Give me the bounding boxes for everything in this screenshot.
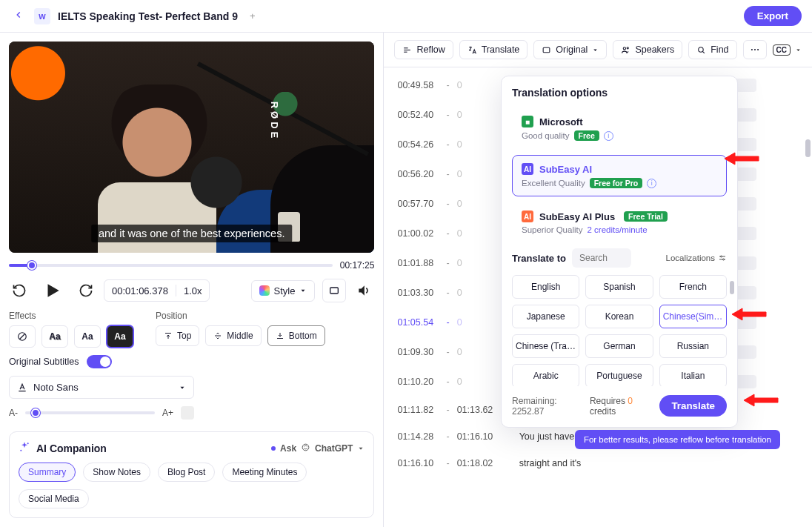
svg-marker-34: [744, 394, 778, 406]
svg-point-22: [699, 47, 704, 52]
ai-model[interactable]: ChatGPT: [315, 443, 353, 454]
video-player[interactable]: RØDE and it was one of the best experien…: [9, 42, 374, 253]
svg-rect-2: [330, 288, 339, 294]
back-button[interactable]: [10, 7, 27, 25]
chevron-down-icon[interactable]: [795, 47, 802, 53]
language-english[interactable]: English: [512, 275, 579, 299]
annotation-arrow: [732, 305, 768, 323]
svg-marker-33: [732, 308, 766, 320]
effect-shadow[interactable]: Aa: [41, 325, 68, 348]
svg-point-25: [753, 49, 755, 50]
svg-point-12: [20, 450, 21, 451]
translate-to-label: Translate to: [512, 253, 566, 264]
svg-marker-14: [359, 447, 363, 449]
style-swatch-icon: [259, 285, 270, 296]
language-korean[interactable]: Korean: [585, 305, 653, 328]
annotation-arrow: [725, 150, 760, 168]
ai-chip-summary[interactable]: Summary: [19, 463, 76, 482]
ai-chip-blog-post[interactable]: Blog Post: [158, 463, 215, 482]
fullscreen-button[interactable]: [322, 279, 346, 302]
mic-brand-label: RØDE: [269, 102, 280, 142]
effect-outline[interactable]: Aa: [74, 325, 101, 348]
language-japanese[interactable]: Japanese: [512, 305, 579, 328]
svg-point-26: [757, 49, 759, 50]
transcript-scrollbar[interactable]: [803, 83, 812, 454]
ai-chip-social-media[interactable]: Social Media: [19, 489, 89, 508]
position-label: Position: [156, 311, 325, 321]
playback-speed[interactable]: 1.0x: [184, 285, 202, 296]
subeasy-ai-icon: AI: [522, 163, 533, 175]
provider-subeasy-ai[interactable]: AI SubEasy AI Excellent Quality Free for…: [512, 155, 727, 196]
font-size-slider[interactable]: [25, 411, 155, 414]
play-button[interactable]: [40, 278, 65, 303]
style-button[interactable]: Style: [251, 280, 316, 302]
position-bottom[interactable]: Bottom: [267, 325, 325, 346]
speakers-button[interactable]: Speakers: [613, 40, 682, 59]
language-search-input[interactable]: [572, 248, 631, 268]
chatgpt-icon: [301, 443, 310, 454]
rewind-button[interactable]: [9, 280, 30, 301]
original-subtitles-toggle[interactable]: [87, 355, 112, 368]
font-size-increase[interactable]: A+: [162, 408, 173, 418]
svg-marker-0: [48, 284, 59, 296]
effect-none[interactable]: [9, 325, 36, 348]
language-arabic[interactable]: Arabic: [512, 364, 579, 386]
language-german[interactable]: German: [585, 334, 653, 358]
language-spanish[interactable]: Spanish: [585, 275, 653, 299]
svg-line-23: [703, 51, 705, 53]
volume-button[interactable]: [353, 280, 374, 301]
effects-label: Effects: [9, 311, 133, 321]
svg-marker-32: [725, 153, 759, 165]
transcript-line[interactable]: 01:16.10 - 01:18.02straight and it's: [384, 450, 812, 477]
reflow-button[interactable]: Reflow: [394, 40, 453, 59]
svg-point-24: [751, 49, 752, 50]
translate-button[interactable]: Translate: [459, 40, 528, 59]
more-button[interactable]: [743, 40, 767, 59]
video-duration: 00:17:25: [340, 260, 375, 271]
original-dropdown[interactable]: Original: [533, 40, 607, 59]
sparkle-icon: [19, 441, 30, 455]
svg-point-21: [628, 47, 629, 48]
font-size-handle[interactable]: [181, 406, 194, 420]
ai-chip-meeting-minutes[interactable]: Meeting Minutes: [222, 463, 307, 482]
language-scrollbar[interactable]: [728, 275, 734, 386]
svg-marker-1: [302, 290, 305, 292]
translation-title: Translation options: [512, 87, 727, 99]
svg-point-13: [302, 444, 309, 451]
ai-companion-title: AI Companion: [36, 443, 107, 454]
translation-popover: Translation options ■ Microsoft Good qua…: [501, 76, 738, 428]
language-russian[interactable]: Russian: [659, 334, 727, 358]
language-chinese-simpl-[interactable]: Chinese(Simpl…: [659, 305, 727, 328]
localizations-button[interactable]: Localizations: [666, 253, 727, 262]
status-dot: [271, 446, 276, 451]
language-chinese-tradi-[interactable]: Chinese (Tradi…: [512, 334, 579, 358]
app-logo: w: [34, 8, 50, 24]
info-icon[interactable]: i: [647, 179, 656, 188]
position-top[interactable]: Top: [156, 325, 199, 346]
export-button[interactable]: Export: [744, 6, 802, 26]
ai-chip-show-notes[interactable]: Show Notes: [83, 463, 150, 482]
provider-subeasy-ai-plus[interactable]: AI SubEasy AI Plus Free Trial Superior Q…: [512, 202, 727, 242]
timecode-box[interactable]: 00:01:06.378 1.0x: [104, 279, 210, 302]
reflow-tooltip: For better results, please reflow before…: [575, 430, 780, 449]
subeasy-ai-plus-icon: AI: [522, 211, 533, 222]
effect-background[interactable]: Aa: [107, 325, 133, 348]
forward-button[interactable]: [76, 280, 96, 301]
language-french[interactable]: French: [659, 275, 727, 299]
language-italian[interactable]: Italian: [659, 364, 727, 386]
svg-marker-19: [594, 49, 598, 51]
language-portuguese[interactable]: Portuguese: [585, 364, 653, 386]
page-title: IELTS Speaking Test- Perfect Band 9: [58, 10, 238, 22]
info-icon[interactable]: i: [604, 131, 613, 141]
translate-action-button[interactable]: Translate: [659, 395, 727, 417]
font-size-decrease[interactable]: A-: [9, 408, 18, 418]
cc-toggle[interactable]: CC: [773, 44, 791, 56]
video-seek-bar[interactable]: [9, 264, 333, 267]
provider-microsoft[interactable]: ■ Microsoft Good quality Free i: [512, 107, 727, 149]
add-tab-button[interactable]: +: [245, 7, 260, 24]
font-select[interactable]: Noto Sans: [9, 376, 194, 399]
position-middle[interactable]: Middle: [205, 325, 261, 346]
svg-rect-18: [543, 47, 550, 53]
find-button[interactable]: Find: [688, 40, 736, 59]
svg-line-4: [20, 334, 25, 339]
